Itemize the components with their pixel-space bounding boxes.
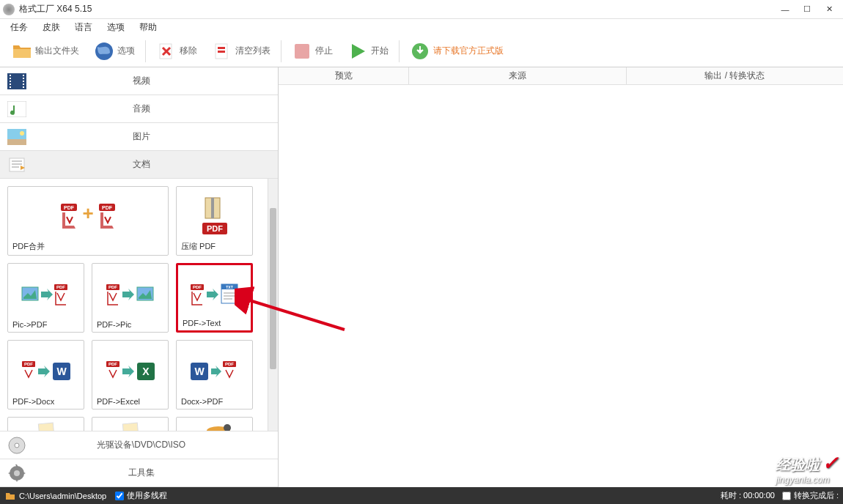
menu-task[interactable]: 任务 — [3, 20, 35, 35]
watermark-main: 经验啦 — [776, 456, 820, 472]
column-source[interactable]: 来源 — [409, 67, 626, 84]
menu-help[interactable]: 帮助 — [132, 20, 164, 35]
video-icon — [6, 72, 28, 91]
svg-rect-20 — [7, 139, 26, 145]
menu-skin[interactable]: 皮肤 — [35, 20, 67, 35]
multithread-checkbox[interactable]: 使用多线程 — [115, 490, 167, 501]
svg-rect-18 — [7, 101, 26, 117]
tile-pdf-to-text[interactable]: PDF TXT PDF->Text — [176, 263, 253, 333]
tile-pdf-merge-label: PDF合并 — [11, 240, 165, 252]
svg-rect-9 — [10, 78, 11, 79]
task-list-body — [279, 85, 843, 487]
svg-text:PDF: PDF — [102, 205, 113, 210]
tile-pdf-to-text-label: PDF->Text — [181, 317, 248, 327]
folder-small-icon[interactable] — [4, 490, 16, 502]
tile-pic-to-pdf[interactable]: PDF Pic->PDF — [7, 263, 84, 333]
toolbar: 输出文件夹 选项 移除 清空列表 停止 开始 请下载官方正 — [0, 35, 843, 67]
svg-rect-5 — [295, 44, 309, 59]
image-icon — [6, 127, 28, 147]
separator — [281, 40, 281, 62]
tile-pdf-to-pic-label: PDF->Pic — [95, 319, 165, 329]
tile-pdf-to-excel[interactable]: PDF X PDF->Excel — [92, 340, 169, 410]
category-tools[interactable]: 工具集 — [0, 459, 278, 487]
category-image-label: 图片 — [34, 130, 278, 143]
start-button[interactable]: 开始 — [343, 39, 393, 64]
output-folder-button[interactable]: 输出文件夹 — [7, 39, 84, 64]
clear-list-button[interactable]: 清空列表 — [207, 39, 275, 64]
pdf-to-docx-icon: PDF W — [11, 346, 81, 396]
svg-rect-48 — [224, 298, 232, 300]
svg-rect-61 — [38, 423, 54, 431]
stop-label: 停止 — [315, 45, 333, 57]
after-convert-label: 转换完成后 : — [794, 490, 839, 501]
after-convert-checkbox-input[interactable] — [782, 492, 791, 500]
stop-icon — [292, 41, 312, 62]
multithread-checkbox-input[interactable] — [115, 492, 124, 500]
column-preview[interactable]: 预览 — [279, 67, 409, 84]
tile-pdf-to-docx[interactable]: PDF W PDF->Docx — [7, 340, 84, 410]
window-buttons: — ☐ ✕ — [774, 2, 840, 17]
category-document[interactable]: 文档 — [0, 151, 278, 179]
category-image[interactable]: 图片 — [0, 123, 278, 151]
tile-pic-to-pdf-label: Pic->PDF — [11, 319, 81, 329]
category-video[interactable]: 视频 — [0, 67, 278, 95]
svg-rect-12 — [10, 86, 11, 88]
download-globe-icon — [410, 41, 430, 62]
svg-rect-15 — [23, 81, 24, 82]
column-output-status[interactable]: 输出 / 转换状态 — [627, 67, 843, 84]
statusbar: C:\Users\admin\Desktop 使用多线程 耗时 : 00:00:… — [0, 487, 843, 504]
tile-partial-3[interactable] — [176, 417, 253, 431]
svg-rect-23 — [12, 160, 22, 162]
stop-button[interactable]: 停止 — [287, 39, 337, 64]
svg-rect-14 — [23, 78, 24, 79]
partial-icon-1 — [11, 422, 81, 431]
category-optical[interactable]: 光驱设备\DVD\CD\ISO — [0, 431, 278, 459]
tile-docx-to-pdf[interactable]: W PDF Docx->PDF — [176, 340, 253, 410]
maximize-button[interactable]: ☐ — [796, 2, 818, 17]
options-label: 选项 — [117, 45, 135, 57]
audio-icon — [6, 100, 28, 119]
svg-rect-32 — [211, 198, 214, 218]
tile-partial-1[interactable] — [7, 417, 84, 431]
globe-icon — [94, 41, 114, 62]
category-audio[interactable]: 音频 — [0, 95, 278, 123]
tile-compress-pdf-label: 压缩 PDF — [180, 240, 249, 252]
svg-point-66 — [15, 443, 19, 448]
tile-pdf-merge[interactable]: PDF + PDF PDF合并 — [7, 186, 169, 256]
category-optical-label: 光驱设备\DVD\CD\ISO — [34, 439, 278, 451]
menu-options[interactable]: 选项 — [100, 20, 132, 35]
svg-text:TXT: TXT — [226, 285, 232, 289]
download-official-label: 请下载官方正式版 — [433, 45, 504, 57]
output-path[interactable]: C:\Users\admin\Desktop — [19, 492, 106, 500]
document-icon — [6, 155, 28, 174]
tile-compress-pdf[interactable]: PDF 压缩 PDF — [176, 186, 253, 256]
compress-pdf-icon: PDF — [180, 193, 249, 240]
docx-to-pdf-icon: W PDF — [180, 346, 249, 396]
minimize-button[interactable]: — — [774, 2, 796, 17]
category-audio-label: 音频 — [34, 103, 278, 115]
column-headers: 预览 来源 输出 / 转换状态 — [279, 67, 843, 85]
svg-text:X: X — [142, 366, 150, 377]
tile-pdf-to-pic[interactable]: PDF PDF->Pic — [92, 263, 169, 333]
category-video-label: 视频 — [34, 75, 278, 87]
svg-rect-62 — [122, 423, 138, 431]
menu-language[interactable]: 语言 — [67, 20, 100, 35]
menubar: 任务 皮肤 语言 选项 帮助 — [0, 19, 843, 35]
options-button[interactable]: 选项 — [89, 39, 139, 64]
start-label: 开始 — [371, 45, 389, 57]
tile-partial-2[interactable] — [92, 417, 169, 431]
svg-text:W: W — [194, 366, 205, 377]
pdf-merge-icon: PDF + PDF — [11, 193, 165, 240]
gear-icon — [6, 464, 28, 483]
folder-icon — [12, 41, 32, 62]
svg-text:W: W — [56, 366, 67, 377]
sidebar-scrollbar[interactable] — [268, 179, 278, 431]
svg-text:PDF: PDF — [24, 362, 33, 366]
download-official-button[interactable]: 请下载官方正式版 — [405, 39, 508, 64]
remove-button[interactable]: 移除 — [152, 39, 202, 64]
close-button[interactable]: ✕ — [818, 2, 840, 17]
pdf-to-text-icon: PDF TXT — [181, 271, 248, 317]
after-convert-checkbox[interactable]: 转换完成后 : — [782, 490, 839, 501]
clear-list-label: 清空列表 — [235, 45, 270, 57]
scrollbar-thumb[interactable] — [270, 208, 276, 369]
